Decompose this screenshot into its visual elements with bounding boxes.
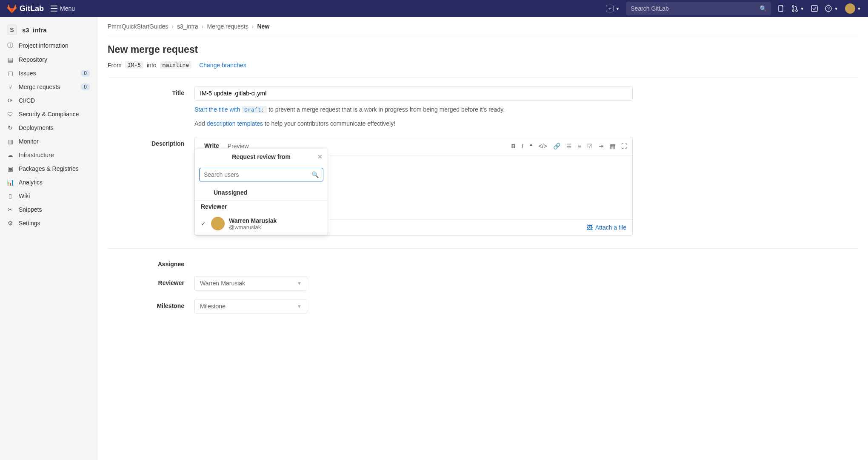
sidebar-item-analytics[interactable]: 📊Analytics [0, 175, 97, 189]
chevron-down-icon: ▼ [834, 6, 838, 11]
code-icon[interactable]: </> [539, 143, 547, 150]
title-label: Title [108, 86, 184, 96]
sidebar-item-cicd[interactable]: ⟳CI/CD [0, 94, 97, 107]
sidebar-item-label: Wiki [19, 193, 30, 199]
search-input[interactable] [631, 5, 760, 12]
template-hint-suffix: to help your contributors communicate ef… [263, 120, 395, 127]
hamburger-icon [51, 6, 57, 12]
todos-icon[interactable] [811, 5, 818, 12]
milestone-label: Milestone [108, 299, 184, 309]
gitlab-logo[interactable]: GitLab [7, 3, 44, 14]
create-new-dropdown[interactable]: + ▼ [606, 5, 620, 12]
info-icon: ⓘ [7, 42, 14, 49]
help-icon: ? [825, 5, 832, 12]
sidebar-item-deployments[interactable]: ↻Deployments [0, 121, 97, 135]
draft-code: Draft: [242, 106, 267, 113]
top-navbar: GitLab Menu + ▼ 🔍 ▼ ? ▼ [0, 0, 868, 17]
monitor-icon: ▥ [7, 138, 14, 145]
count-badge: 0 [80, 83, 90, 90]
gitlab-icon [7, 3, 17, 14]
sidebar-item-label: Analytics [19, 179, 43, 186]
package-icon: ▣ [7, 165, 14, 172]
target-branch: mainline [160, 61, 192, 69]
svg-rect-4 [811, 6, 817, 12]
assignee-label: Assignee [108, 257, 184, 267]
repo-icon: ▤ [7, 56, 14, 63]
global-search[interactable]: 🔍 [626, 2, 771, 15]
svg-point-2 [792, 10, 794, 12]
sidebar-item-merge-requests[interactable]: ⑂Merge requests0 [0, 80, 97, 94]
merge-requests-dropdown[interactable]: ▼ [791, 5, 804, 12]
sidebar-item-packages[interactable]: ▣Packages & Registries [0, 162, 97, 175]
scissors-icon: ✂ [7, 206, 14, 213]
issues-icon: ▢ [7, 70, 14, 77]
unassigned-option[interactable]: Unassigned [195, 185, 328, 200]
link-icon[interactable]: 🔗 [553, 143, 560, 150]
chevron-right-icon: › [202, 23, 204, 30]
editor-toolbar: B I ❝ </> 🔗 ☰ ≡ ☑ ⇥ ▦ ⛶ [511, 143, 627, 150]
sidebar-item-snippets[interactable]: ✂Snippets [0, 203, 97, 216]
sidebar-item-security[interactable]: 🛡Security & Compliance [0, 107, 97, 121]
user-search-box[interactable]: 🔍 [199, 168, 323, 181]
into-label: into [147, 62, 157, 69]
sidebar-item-label: Repository [19, 56, 47, 63]
close-icon[interactable]: ✕ [317, 153, 323, 160]
draft-hint-link[interactable]: Start the title with [194, 106, 242, 113]
sidebar-item-project-information[interactable]: ⓘProject information [0, 38, 97, 53]
check-square-icon [811, 5, 818, 12]
numbered-list-icon[interactable]: ≡ [578, 143, 581, 150]
bold-icon[interactable]: B [511, 143, 516, 150]
quote-icon[interactable]: ❝ [529, 143, 533, 150]
description-label: Description [108, 137, 184, 147]
task-list-icon[interactable]: ☑ [587, 143, 593, 150]
table-icon[interactable]: ▦ [610, 143, 615, 150]
plus-icon: + [606, 5, 614, 12]
project-name: s3_infra [22, 26, 47, 34]
branch-info-line: From IM-5 into mainline Change branches [108, 61, 858, 78]
image-icon: 🖼 [587, 224, 593, 231]
user-name: Warren Marusiak [229, 217, 277, 224]
issues-icon[interactable] [778, 5, 785, 12]
sidebar-item-repository[interactable]: ▤Repository [0, 53, 97, 66]
sidebar-item-wiki[interactable]: ▯Wiki [0, 189, 97, 203]
fullscreen-icon[interactable]: ⛶ [621, 143, 627, 150]
title-input[interactable] [194, 86, 633, 101]
sidebar-item-issues[interactable]: ▢Issues0 [0, 66, 97, 80]
sidebar-item-label: Packages & Registries [19, 165, 79, 172]
sidebar-item-label: Monitor [19, 138, 39, 145]
search-icon: 🔍 [311, 171, 319, 178]
sidebar-item-label: Security & Compliance [19, 111, 79, 118]
user-search-input[interactable] [204, 171, 311, 178]
indent-icon[interactable]: ⇥ [599, 143, 604, 150]
italic-icon[interactable]: I [522, 143, 523, 150]
chevron-down-icon: ▼ [297, 304, 302, 309]
reviewer-select[interactable]: Warren Marusiak ▼ [194, 276, 307, 290]
bullet-list-icon[interactable]: ☰ [566, 143, 572, 150]
sidebar-item-monitor[interactable]: ▥Monitor [0, 135, 97, 148]
sidebar-project-header[interactable]: S s3_infra [0, 21, 97, 38]
menu-button[interactable]: Menu [51, 5, 75, 12]
sidebar-item-label: Infrastructure [19, 152, 54, 158]
user-menu[interactable]: ▼ [845, 3, 861, 14]
breadcrumb-project[interactable]: s3_infra [177, 23, 198, 30]
cloud-icon: ☁ [7, 152, 14, 158]
breadcrumb: PmmQuickStartGuides › s3_infra › Merge r… [108, 17, 858, 36]
from-label: From [108, 62, 122, 69]
help-dropdown[interactable]: ? ▼ [825, 5, 838, 12]
sidebar-item-label: Merge requests [19, 83, 60, 90]
merge-icon: ⑂ [7, 83, 14, 90]
reviewer-user-option[interactable]: ✓ Warren Marusiak @wmarusiak [195, 213, 328, 235]
description-templates-link[interactable]: description templates [207, 120, 263, 127]
sidebar-item-infrastructure[interactable]: ☁Infrastructure [0, 148, 97, 162]
reviewer-value: Warren Marusiak [200, 280, 245, 287]
sidebar-item-label: Deployments [19, 124, 54, 131]
book-icon: ▯ [7, 193, 14, 199]
change-branches-link[interactable]: Change branches [199, 62, 246, 69]
breadcrumb-group[interactable]: PmmQuickStartGuides [108, 23, 168, 30]
sidebar-item-settings[interactable]: ⚙Settings [0, 216, 97, 230]
breadcrumb-section[interactable]: Merge requests [207, 23, 248, 30]
chevron-down-icon: ▼ [615, 6, 620, 11]
attach-file-link[interactable]: 🖼 Attach a file [587, 224, 626, 231]
chevron-right-icon: › [171, 23, 174, 30]
milestone-select[interactable]: Milestone ▼ [194, 299, 307, 313]
